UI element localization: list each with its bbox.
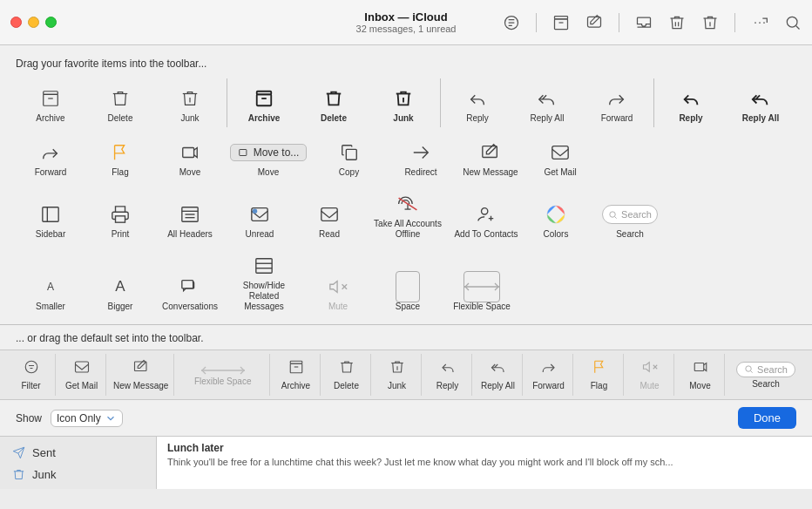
default-item-filter[interactable]: Filter: [7, 354, 56, 396]
toolbar-item-bigger[interactable]: A Bigger: [85, 248, 155, 316]
close-button[interactable]: [10, 17, 22, 28]
toolbar-item-unread[interactable]: Unread: [225, 187, 294, 243]
delete-titlebar-icon[interactable]: [668, 14, 686, 31]
toolbar-item-reply-all[interactable]: Reply All: [512, 78, 582, 127]
print-icon: [108, 202, 132, 227]
toolbar-item-get-mail[interactable]: Get Mail: [525, 132, 595, 181]
mute-bar-label: Mute: [639, 381, 659, 390]
sidebar-row-junk[interactable]: Junk: [0, 464, 156, 485]
reply-bold-icon: [679, 86, 703, 111]
show-label: Show: [16, 412, 42, 424]
svg-rect-51: [694, 363, 704, 371]
default-item-move[interactable]: Move: [676, 354, 725, 396]
toolbar-item-sidebar[interactable]: Sidebar: [16, 187, 85, 243]
default-item-junk[interactable]: Junk: [373, 354, 422, 396]
toolbar-item-new-message[interactable]: New Message: [456, 132, 525, 181]
toolbar-item-delete-gray[interactable]: Delete: [85, 78, 155, 127]
toolbar-item-search[interactable]: Search Search: [591, 187, 669, 243]
default-item-search[interactable]: Search Search: [727, 354, 805, 396]
toolbar-item-redirect[interactable]: Redirect: [386, 132, 456, 181]
move-bar-icon: [693, 359, 708, 379]
toolbar-item-space[interactable]: Space: [373, 248, 443, 316]
toolbar-item-add-contacts[interactable]: Add To Contacts: [451, 187, 521, 243]
default-item-mute[interactable]: Mute: [626, 354, 674, 396]
toolbar-item-delete-bold[interactable]: Delete: [299, 78, 369, 127]
toolbar-item-print[interactable]: Print: [85, 187, 155, 243]
toolbar-item-reply-all-bold[interactable]: Reply All: [726, 78, 795, 127]
traffic-lights: [10, 17, 57, 28]
move-bar-label: Move: [689, 381, 710, 390]
default-item-reply-all[interactable]: Reply All: [474, 354, 523, 396]
sidebar-junk-label: Junk: [32, 468, 56, 481]
toolbar-item-move-to[interactable]: Move to... Move: [225, 132, 312, 181]
copy-icon: [337, 140, 362, 165]
colors-icon: [544, 202, 568, 227]
toolbar-item-take-all[interactable]: Take All Accounts Offline: [364, 187, 451, 243]
svg-rect-43: [75, 362, 88, 372]
toolbar-item-copy[interactable]: Copy: [312, 132, 386, 181]
toolbar-item-mute[interactable]: Mute: [303, 248, 373, 316]
compose-icon[interactable]: [585, 14, 603, 31]
toolbar-item-junk-gray[interactable]: Junk: [155, 78, 225, 127]
toolbar-item-archive-gray[interactable]: Archive: [16, 78, 85, 127]
items-row-3: Sidebar Print All Headers: [16, 187, 796, 243]
toolbar-item-forward[interactable]: Forward: [582, 78, 652, 127]
new-message-icon: [478, 140, 503, 165]
new-message-bar-label: New Message: [113, 381, 168, 390]
show-hide-label: Show/Hide Related Messages: [229, 281, 299, 312]
mute-bar-icon: [642, 359, 658, 379]
archive-bar-icon: [288, 359, 304, 379]
minimize-button[interactable]: [28, 17, 39, 28]
unread-icon: [247, 202, 272, 227]
svg-rect-15: [346, 149, 356, 159]
toolbar-item-flexible-space[interactable]: Flexible Space: [443, 248, 521, 316]
archive-titlebar-icon[interactable]: [552, 14, 570, 31]
archive-bold-icon: [252, 86, 276, 111]
move-to-label: Move: [258, 167, 279, 178]
default-item-forward[interactable]: Forward: [524, 354, 573, 396]
search-icon[interactable]: [784, 14, 802, 31]
sidebar-left: Sent Junk: [0, 437, 157, 489]
default-item-archive[interactable]: Archive: [272, 354, 321, 396]
toolbar-item-reply[interactable]: Reply: [443, 78, 512, 127]
move-to-icon: Move to...: [256, 140, 281, 165]
read-label: Read: [319, 229, 340, 240]
svg-line-34: [615, 216, 617, 218]
toolbar-item-smaller[interactable]: A Smaller: [16, 248, 85, 316]
more-icon[interactable]: [751, 14, 768, 31]
maximize-button[interactable]: [45, 17, 57, 28]
toolbar-item-show-hide[interactable]: Show/Hide Related Messages: [225, 248, 303, 316]
items-row-1: Archive Delete Junk: [16, 78, 796, 127]
flag-bar-label: Flag: [591, 381, 607, 390]
sidebar-sent-label: Sent: [32, 446, 56, 459]
inbox-icon[interactable]: [635, 14, 653, 31]
forward2-label: Forward: [35, 167, 67, 178]
toolbar-item-reply-bold[interactable]: Reply: [656, 78, 726, 127]
delete-bar-icon: [339, 359, 355, 379]
toolbar-item-forward2[interactable]: Forward: [16, 132, 85, 181]
sidebar-row-sent[interactable]: Sent: [0, 442, 156, 464]
default-item-reply[interactable]: Reply: [423, 354, 472, 396]
archive-gray-icon: [38, 86, 63, 111]
toolbar-item-archive-bold[interactable]: Archive: [229, 78, 299, 127]
toolbar-item-conversations[interactable]: Conversations: [155, 248, 225, 316]
toolbar-item-flag[interactable]: Flag: [85, 132, 155, 181]
toolbar-item-colors[interactable]: Colors: [521, 187, 591, 243]
toolbar-item-read[interactable]: Read: [294, 187, 364, 243]
all-headers-icon: [178, 202, 202, 227]
show-select[interactable]: Icon Only: [51, 410, 123, 427]
copy-label: Copy: [339, 167, 359, 178]
default-item-new-message[interactable]: New Message: [108, 354, 174, 396]
items-row-4: A Smaller A Bigger Conversations: [16, 248, 796, 316]
toolbar-item-junk-bold[interactable]: Junk: [369, 78, 438, 127]
toolbar-item-move[interactable]: Move: [155, 132, 225, 181]
drag-hint: Drag your favorite items into the toolba…: [16, 58, 796, 70]
default-item-get-mail[interactable]: Get Mail: [58, 354, 106, 396]
get-mail-bar-label: Get Mail: [65, 381, 98, 390]
notes-icon[interactable]: [503, 14, 520, 31]
default-item-flag[interactable]: Flag: [575, 354, 624, 396]
toolbar-item-all-headers[interactable]: All Headers: [155, 187, 225, 243]
default-item-delete[interactable]: Delete: [322, 354, 371, 396]
junk-icon[interactable]: [701, 14, 719, 31]
done-button[interactable]: Done: [738, 407, 796, 429]
